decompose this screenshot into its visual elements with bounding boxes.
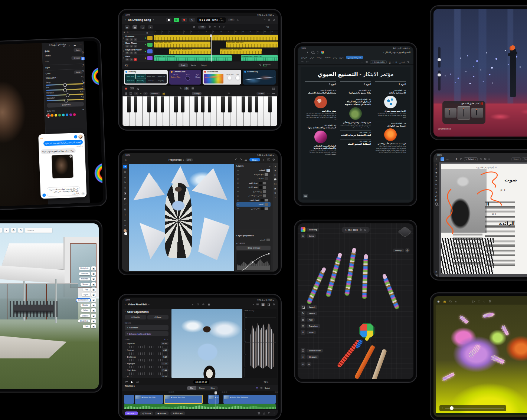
metronome-icon[interactable]: ◮ [137, 87, 139, 90]
edit-mode-clip[interactable]: Clip [187, 386, 196, 390]
back-icon[interactable]: ⇤ [436, 158, 439, 161]
piano-black-key[interactable] [221, 96, 225, 112]
items-icon[interactable]: ⬡ [301, 233, 305, 238]
model-value[interactable]: Modern Tube [171, 76, 180, 78]
alchemy-preset[interactable]: Bright Synth [125, 74, 135, 79]
piano-black-key[interactable] [201, 96, 204, 112]
play-button[interactable] [174, 18, 179, 22]
piano-black-key[interactable] [174, 96, 177, 112]
canvas[interactable] [129, 164, 234, 271]
record-button[interactable] [181, 18, 187, 22]
bold-button[interactable]: B [396, 61, 397, 63]
track-lane[interactable]: Bass Player - Indie DiscoBass Player - I… [154, 41, 278, 48]
font-picker[interactable]: Myriad Arabic ▾ [370, 60, 387, 64]
drag-on-image-button[interactable]: ⌖ Drag on image [236, 246, 271, 250]
message-input[interactable]: على الأرجح هذي! عملت تعديلات سريعة على ا… [47, 186, 81, 197]
history-icon[interactable]: ◷ [63, 44, 65, 47]
camera-icon[interactable]: ⌻ [197, 303, 199, 306]
duplicate-track-icon[interactable]: ⧉ [127, 31, 128, 34]
lasso-tool-icon[interactable]: ⟡ [123, 175, 127, 179]
orientation-cube[interactable] [400, 227, 410, 237]
redo-icon[interactable]: ↷ [301, 61, 304, 64]
curves-editor[interactable] [236, 251, 271, 270]
sketch-icon[interactable]: ✎ [301, 311, 305, 316]
project-title[interactable]: Video Final Edit [128, 303, 147, 306]
piano-black-key[interactable] [181, 96, 184, 112]
info-icon[interactable]: ⓘ [274, 183, 276, 185]
zoom-tool-icon[interactable] [435, 203, 438, 206]
panel-icon[interactable]: ▣ [91, 266, 96, 270]
disable-button[interactable]: 👁 Disable [125, 315, 146, 319]
pencil-view-icon[interactable]: ✎ [148, 25, 153, 29]
viewer[interactable] [171, 309, 242, 378]
rotate-icon[interactable]: ⟲ [479, 158, 482, 161]
sustain-button[interactable]: Sustain [150, 92, 160, 95]
timeline-clip[interactable]: ▦ Skyline_Blue_Background [223, 395, 276, 404]
play-mode-button[interactable]: ☝ Play [192, 92, 202, 95]
tool-label[interactable]: Search [307, 305, 317, 309]
region[interactable]: Bass Player - Indie Disco [226, 42, 278, 47]
delete-icon[interactable]: ⌫ [435, 275, 438, 277]
region[interactable]: Keyboard Player - Block Chords [220, 49, 262, 54]
node-tool-icon[interactable]: ✐ [460, 158, 462, 161]
controls-icon[interactable]: ⚙ [184, 87, 189, 90]
settings-icon[interactable]: ⚙ [272, 158, 275, 161]
move-tool-icon[interactable]: ➤ [123, 165, 127, 168]
region[interactable]: Drummer [212, 35, 278, 40]
timeline-ruler[interactable]: 00:00:1500:00:3000:00:45 [122, 391, 278, 394]
alchemy-preset[interactable]: Synth Pluck [125, 79, 135, 83]
cursor-tool-icon[interactable]: ➤ [455, 158, 458, 161]
plugin-channel-eq[interactable]: Channel EQ [243, 70, 276, 85]
ribbon-tab[interactable]: إدراج [339, 56, 343, 59]
scale-button[interactable]: Scale [256, 92, 265, 95]
add-mask-button[interactable]: ＋ Add Mask [125, 325, 168, 330]
piano-white-key[interactable] [264, 96, 271, 126]
light-section[interactable]: Light [45, 66, 50, 69]
undo-icon[interactable]: ↶ [235, 158, 238, 161]
undo-icon[interactable]: ↶ [306, 61, 309, 64]
alchemy-preset[interactable]: Minimal Arp [136, 79, 146, 83]
track-lane[interactable]: DrummerDrummer [154, 35, 278, 41]
type-tool-icon[interactable]: T [123, 213, 127, 217]
align-icons[interactable]: ≣ [366, 61, 368, 64]
visibility-icon[interactable]: ⊙ [274, 192, 276, 194]
solo-button[interactable]: S [130, 52, 133, 54]
crop-tool-icon[interactable]: ⧉ [123, 208, 127, 211]
piano-black-key[interactable] [161, 96, 164, 112]
slider-track[interactable] [125, 346, 168, 348]
cloud-icon[interactable]: ☁ [73, 44, 76, 47]
keyboard-icon[interactable]: ⌨ [130, 87, 134, 90]
back-icon[interactable]: ‹ [125, 310, 126, 313]
app-menu-icon[interactable] [301, 227, 305, 232]
help-icon[interactable]: ⓘ [267, 158, 270, 161]
color-swatch[interactable] [66, 114, 68, 116]
solo-button[interactable]: S [130, 38, 133, 41]
measure-button[interactable]: Measure [307, 355, 319, 359]
fill-tool-icon[interactable]: ◧ [435, 199, 438, 201]
record-icon[interactable]: ◉ [437, 300, 440, 303]
frame-thumbnail[interactable] [471, 108, 483, 118]
transform-icon[interactable]: ⤧ [301, 324, 305, 328]
ribbon-tab[interactable]: تخطيط [325, 56, 331, 59]
select-button[interactable]: Select [265, 387, 270, 389]
layers-icon[interactable]: ❏ [274, 174, 276, 176]
timeline-clip[interactable]: ▦ Skyline_Blue_Wide [135, 395, 163, 404]
frame-thumbnail[interactable] [445, 108, 456, 118]
piano-black-key[interactable] [228, 96, 231, 112]
remove-attachment-icon[interactable]: ✕ [69, 155, 72, 157]
mobile-view-icon[interactable]: ▯ [317, 51, 318, 54]
timer-icon[interactable]: ◔ [252, 303, 254, 306]
slider-track[interactable] [125, 366, 168, 368]
ribbon-tab[interactable]: رسم [333, 56, 337, 59]
browser-icon[interactable]: ⊞ [256, 303, 259, 306]
share-icon[interactable]: ⌅ [4, 228, 9, 233]
zoom-level[interactable]: 36% [186, 158, 193, 161]
add-icon[interactable]: ⊞ [301, 317, 305, 322]
same-button[interactable]: Same [522, 157, 527, 161]
filters-icon[interactable]: ✦ [82, 63, 84, 66]
panel-label[interactable]: Outliner [80, 314, 90, 317]
panel-label[interactable]: Display [81, 304, 90, 307]
tool-multicam[interactable]: ⊟ Multicam [170, 411, 185, 415]
layer-visibility-icon[interactable]: ⊙ [237, 195, 239, 197]
slider-value[interactable]: 15.44 [161, 368, 168, 372]
